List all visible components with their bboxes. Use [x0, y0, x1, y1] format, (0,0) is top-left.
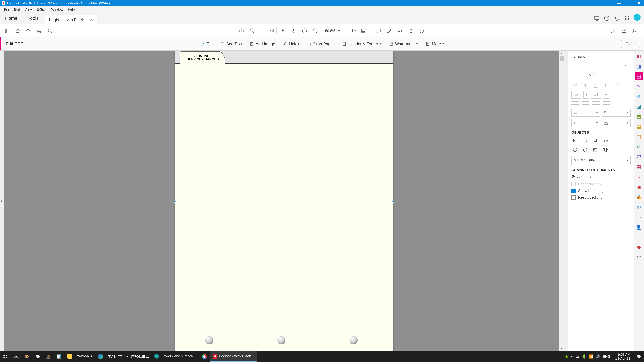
more-button[interactable]: More▼ — [422, 39, 448, 48]
line-spacing-dropdown[interactable]: ↕≡▼ — [572, 109, 600, 117]
search-icon[interactable] — [46, 27, 54, 35]
add-image-button[interactable]: Add Image — [246, 39, 278, 48]
upload-cloud-icon[interactable] — [24, 27, 33, 35]
selection-handle-right[interactable] — [392, 201, 394, 203]
left-panel-expand[interactable]: ▸ — [0, 51, 4, 351]
tray-language[interactable]: ENG — [602, 355, 611, 359]
taskbar-upwork[interactable]: Upwork and 2 more... — [151, 351, 199, 362]
number-list-dropdown[interactable]: ▾ — [603, 91, 609, 98]
crop-button[interactable]: Crop Pages — [304, 39, 338, 48]
replace-image-button[interactable] — [592, 146, 599, 153]
menu-edit[interactable]: Edit — [12, 6, 22, 12]
italic-button[interactable]: T — [582, 82, 589, 89]
taskbar-app-4[interactable]: 📊 — [54, 351, 64, 362]
hand-icon[interactable] — [290, 27, 298, 35]
close-tab-icon[interactable]: ✕ — [90, 18, 93, 22]
edit-using-dropdown[interactable]: ✎ Edit Using...▼ — [572, 156, 630, 165]
mail-icon[interactable] — [620, 27, 628, 35]
taskbar-app-3[interactable]: 🧮 — [43, 351, 54, 362]
apps-grid-icon[interactable] — [622, 12, 632, 24]
sidebar-toggle-icon[interactable] — [3, 27, 12, 35]
settings-button[interactable]: ⚙Settings — [572, 174, 630, 179]
rail-tool-13[interactable]: ⤓ — [635, 173, 643, 181]
tray-chevron-icon[interactable]: ˄ — [560, 355, 562, 359]
format-help-icon[interactable]: ? — [587, 71, 594, 79]
bell-icon[interactable] — [612, 12, 622, 24]
subscript-button[interactable]: T↓ — [613, 82, 620, 89]
rail-tool-1[interactable]: ◧ — [635, 52, 643, 60]
right-panel-collapse[interactable]: ◂ — [564, 51, 568, 351]
taskbar-chrome-icon[interactable] — [199, 351, 210, 362]
bullet-list-dropdown[interactable]: ▾ — [584, 91, 589, 98]
rail-tool-6[interactable]: ◪ — [635, 103, 643, 110]
notifications-icon[interactable]: 💬 — [633, 351, 644, 362]
attach-icon[interactable] — [609, 27, 617, 35]
arrange-dropdown[interactable]: ▾ — [602, 137, 609, 144]
tray-nvidia-icon[interactable]: ◉ — [565, 355, 568, 359]
pdf-page[interactable]: AIRCRAFT SERVICE CHANGES — [175, 51, 393, 351]
paragraph-spacing-dropdown[interactable]: ¶↕▼ — [602, 109, 631, 117]
rotate-ccw-button[interactable] — [572, 146, 579, 153]
taskbar-clock[interactable]: 9:01 AM 18-Apr-23 — [612, 353, 633, 361]
document-tab[interactable]: Logbook with Black... ✕ — [45, 15, 97, 24]
fit-width-icon[interactable]: ▼ — [348, 27, 356, 35]
edit-tool-button[interactable]: E... — [197, 39, 216, 48]
header-footer-button[interactable]: Header & Footer▼ — [339, 39, 384, 48]
maximize-button[interactable]: ▢ — [624, 0, 634, 6]
horizontal-scale-dropdown[interactable]: T↔▼ — [572, 119, 600, 127]
font-size-dropdown[interactable]: ▼ — [572, 71, 585, 79]
align-center-button[interactable] — [582, 100, 589, 107]
tray-volume-icon[interactable]: 🔊 — [596, 355, 600, 359]
star-icon[interactable] — [14, 27, 22, 35]
bold-button[interactable]: T — [572, 82, 579, 89]
user-avatar[interactable] — [634, 14, 641, 21]
screen-share-icon[interactable] — [592, 12, 602, 24]
sign-icon[interactable] — [396, 27, 404, 35]
underline-button[interactable]: T — [592, 82, 600, 89]
watermark-button[interactable]: Watermark▼ — [386, 39, 421, 48]
page-down-icon[interactable] — [248, 27, 256, 35]
page-display-icon[interactable] — [359, 27, 367, 35]
print-icon[interactable] — [35, 27, 44, 35]
rail-tool-21[interactable]: ⚒ — [635, 253, 643, 261]
highlight-icon[interactable] — [385, 27, 394, 35]
menu-esign[interactable]: E-Sign — [34, 6, 49, 12]
close-window-button[interactable]: ✕ — [634, 0, 644, 6]
bullet-list-button[interactable]: ≡• — [572, 91, 582, 98]
rail-tool-2[interactable]: ◨ — [635, 62, 643, 70]
font-family-dropdown[interactable]: ▼ — [572, 62, 629, 69]
minimize-button[interactable]: — — [614, 0, 624, 6]
rail-tool-8[interactable]: ⬓ — [635, 123, 643, 130]
menu-file[interactable]: File — [2, 6, 12, 12]
tab-tools[interactable]: Tools — [23, 12, 44, 24]
cursor-icon[interactable] — [279, 27, 287, 35]
link-button[interactable]: Link▼ — [280, 39, 302, 48]
taskbar-app-1[interactable]: 🎨 — [22, 351, 32, 362]
crop-object-button[interactable] — [592, 137, 599, 144]
document-canvas[interactable]: AIRCRAFT SERVICE CHANGES ▴ ▾ — [4, 51, 564, 351]
bounding-boxes-checkbox[interactable]: ✓Show bounding boxes — [572, 189, 630, 193]
taskbar-acrobat[interactable]: ALogbook with Black... — [210, 351, 257, 362]
rail-tool-7[interactable]: ⬒ — [635, 113, 643, 120]
taskbar-downloads[interactable]: Downloads — [64, 351, 95, 362]
tray-battery-icon[interactable]: 🔋 — [582, 355, 586, 359]
tray-sun-icon[interactable]: ☀ — [570, 355, 574, 359]
rail-tool-18[interactable]: 👤 — [635, 223, 643, 231]
restrict-editing-checkbox[interactable]: Restrict editing — [572, 195, 630, 200]
scroll-thumb[interactable] — [560, 56, 564, 61]
page-up-icon[interactable] — [237, 27, 246, 35]
align-left-button[interactable] — [572, 100, 579, 107]
help-icon[interactable] — [602, 12, 612, 24]
rotate-icon[interactable] — [418, 27, 426, 35]
add-text-button[interactable]: Add Text — [217, 39, 245, 48]
scroll-up-icon[interactable]: ▴ — [559, 51, 564, 56]
page-number-input[interactable] — [260, 28, 268, 34]
rail-tool-17[interactable]: ▭ — [635, 213, 643, 221]
zoom-level-dropdown[interactable]: 80.8%▼ — [323, 28, 342, 34]
comment-icon[interactable] — [374, 27, 383, 35]
align-right-button[interactable] — [592, 100, 600, 107]
scroll-down-icon[interactable]: ▾ — [559, 346, 564, 351]
rotate-cw-button[interactable] — [582, 146, 589, 153]
task-view-icon[interactable]: ▭▭ — [11, 351, 22, 362]
superscript-button[interactable]: T↑ — [602, 82, 610, 89]
